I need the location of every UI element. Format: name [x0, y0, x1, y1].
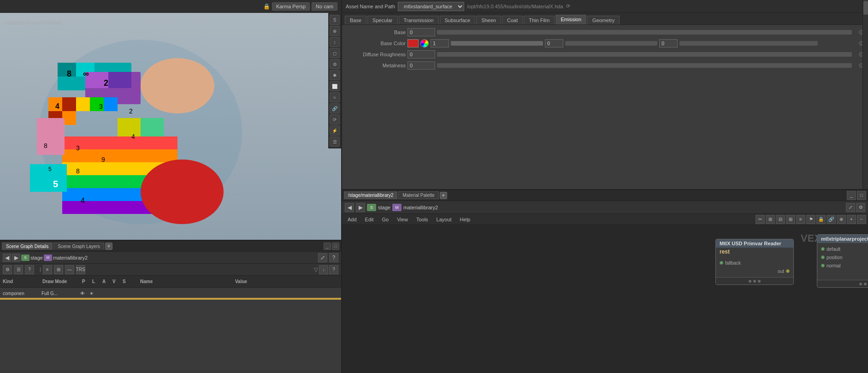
ne-zoom-out-btn[interactable]: −: [857, 215, 866, 224]
bl-dash-btn[interactable]: —: [65, 265, 74, 274]
tab-base[interactable]: Base: [345, 16, 366, 24]
ne-net-btn[interactable]: ⊕: [837, 215, 846, 224]
ne-menu-go[interactable]: Go: [378, 216, 393, 223]
param-color-r-slider[interactable]: [451, 41, 543, 46]
param-color-r-input[interactable]: [431, 39, 449, 47]
param-diffuse-input[interactable]: [407, 50, 435, 59]
side-tool-7[interactable]: ⬜: [330, 81, 340, 91]
side-tool-5[interactable]: ⚙: [330, 59, 340, 69]
ne-collapse-btn[interactable]: _: [847, 191, 856, 200]
bl-nav-expand[interactable]: ⤢: [318, 253, 327, 262]
side-tool-6[interactable]: ✱: [330, 70, 340, 80]
color-wheel[interactable]: [420, 39, 429, 47]
ne-menu-view[interactable]: View: [393, 216, 412, 223]
param-color-g-input[interactable]: [545, 39, 563, 47]
node-triplanar[interactable]: mtlxtriplanarprojection1 default positio…: [817, 234, 868, 288]
sg-selected-row[interactable]: [0, 298, 341, 300]
side-tool-4[interactable]: ◻: [330, 48, 340, 58]
bl-help-btn[interactable]: ?: [25, 265, 34, 274]
bl-question-btn[interactable]: ?: [329, 265, 338, 274]
bl-nav-settings[interactable]: ?: [329, 253, 338, 262]
color-swatch-red[interactable]: [407, 39, 419, 47]
tab-sheen[interactable]: Sheen: [476, 16, 501, 24]
side-tool-3[interactable]: ↕: [330, 37, 340, 47]
side-tool-9[interactable]: 🔗: [330, 103, 340, 113]
tab-subsurface[interactable]: Subsurface: [440, 16, 476, 24]
side-tool-1[interactable]: S: [330, 15, 340, 25]
ne-menu-layout[interactable]: Layout: [433, 216, 455, 223]
ne-expand-btn[interactable]: □: [857, 191, 866, 200]
ne-grid-btn[interactable]: ⊞: [786, 215, 795, 224]
tab-scene-graph-layers[interactable]: Scene Graph Layers: [53, 243, 104, 250]
ne-tab-material-palette[interactable]: Material Palette: [398, 191, 438, 199]
ne-add-tab-btn[interactable]: +: [440, 192, 447, 199]
tab-thin-film[interactable]: Thin Film: [524, 16, 555, 24]
param-color-g-slider[interactable]: [565, 41, 657, 46]
bl-grid-btn[interactable]: ⊞: [54, 265, 63, 274]
right-scrollbar[interactable]: [862, 0, 868, 189]
side-tool-12[interactable]: ☰: [330, 136, 340, 147]
tab-geometry[interactable]: Geometry: [587, 16, 620, 24]
ne-nav-back[interactable]: ◀: [345, 203, 354, 212]
ne-nav-fwd[interactable]: ▶: [356, 203, 365, 212]
ne-lock-btn[interactable]: 🔒: [816, 215, 826, 224]
bl-list-btn[interactable]: ≡: [43, 265, 52, 274]
tab-emission[interactable]: Emission: [555, 15, 586, 24]
ne-zoom-in-btn[interactable]: +: [847, 215, 856, 224]
param-diffuse-slider[interactable]: [437, 52, 852, 57]
ne-flag-btn[interactable]: ⚑: [806, 215, 815, 224]
param-color-b-input[interactable]: [659, 39, 678, 47]
param-metalness-input[interactable]: [407, 61, 435, 70]
param-base-input[interactable]: [407, 28, 435, 36]
3d-model-area[interactable]: 8 ∞ 2 4 4 3 9 8 5 4 8 5 3 2: [0, 13, 341, 240]
asset-name-dropdown[interactable]: mtlxstandard_surface: [398, 2, 464, 11]
bl-settings-btn[interactable]: ⚙: [3, 265, 12, 274]
node-primvar-reader[interactable]: MtlX USD Primvar Reader rest fallback ou…: [715, 239, 794, 285]
param-color-b-slider[interactable]: [679, 41, 818, 46]
param-base-slider[interactable]: [437, 30, 852, 35]
sg-row1-eye-icon[interactable]: 👁: [80, 291, 88, 296]
svg-text:8: 8: [67, 69, 71, 78]
ne-menu-help[interactable]: Help: [456, 216, 474, 223]
ne-expand-right-btn[interactable]: ⤢: [846, 203, 855, 212]
lock-icon[interactable]: 🔒: [263, 3, 270, 10]
ne-link-btn[interactable]: 🔗: [827, 215, 836, 224]
viewport-3d[interactable]: 🔒 Karma Persp No cam 0:00 Optix[idle] Em…: [0, 0, 341, 240]
ne-canvas[interactable]: VEX Builder MtlX USD Primvar Reader rest…: [342, 225, 868, 373]
renderer-dropdown[interactable]: Karma Persp: [272, 2, 310, 11]
bl-download-btn[interactable]: ↓: [319, 265, 328, 274]
ne-cut-btn[interactable]: ✂: [756, 215, 765, 224]
ne-tab-stage[interactable]: /stage/materiallibrary2: [344, 191, 397, 199]
tab-scene-graph-details[interactable]: Scene Graph Details: [2, 243, 53, 250]
bl-trs-btn[interactable]: TRS: [76, 265, 85, 274]
side-tool-2[interactable]: ⊕: [330, 26, 340, 36]
side-tool-10[interactable]: ⟳: [330, 114, 340, 124]
param-metalness-slider[interactable]: [437, 63, 852, 68]
col-p-header: P: [82, 279, 89, 284]
sg-row-1[interactable]: componen Full G... 👁 ☀: [0, 289, 341, 298]
ne-menu-add[interactable]: Add: [344, 216, 360, 223]
ne-copy-btn[interactable]: ⊞: [766, 215, 775, 224]
triplanar-footer-dot-2: [864, 283, 867, 285]
bl-nav-fwd[interactable]: ▶: [12, 254, 20, 262]
sg-row1-light-icon[interactable]: ☀: [89, 291, 97, 296]
camera-dropdown[interactable]: No cam: [312, 2, 337, 11]
ne-paste-btn[interactable]: ⊟: [776, 215, 785, 224]
param-base-label: Base: [346, 30, 406, 35]
minimize-btn[interactable]: _: [324, 243, 331, 250]
filter-icon[interactable]: ▽: [314, 266, 318, 273]
side-tool-8[interactable]: ≈: [330, 92, 340, 102]
bl-bookmark-btn[interactable]: ☰: [14, 265, 23, 274]
asset-path-arrow[interactable]: ⟳: [566, 3, 570, 9]
ne-menu-tools[interactable]: Tools: [413, 216, 432, 223]
side-tool-11[interactable]: ⚡: [330, 125, 340, 136]
bl-nav-back[interactable]: ◀: [3, 254, 11, 262]
ne-menu-edit[interactable]: Edit: [361, 216, 378, 223]
ne-list-btn[interactable]: ≡: [796, 215, 805, 224]
tab-coat[interactable]: Coat: [502, 16, 523, 24]
tab-specular[interactable]: Specular: [367, 16, 397, 24]
add-tab-btn[interactable]: +: [105, 243, 112, 250]
expand-btn[interactable]: □: [332, 243, 339, 250]
ne-settings-btn[interactable]: ⚙: [856, 203, 865, 212]
tab-transmission[interactable]: Transmission: [399, 16, 439, 24]
